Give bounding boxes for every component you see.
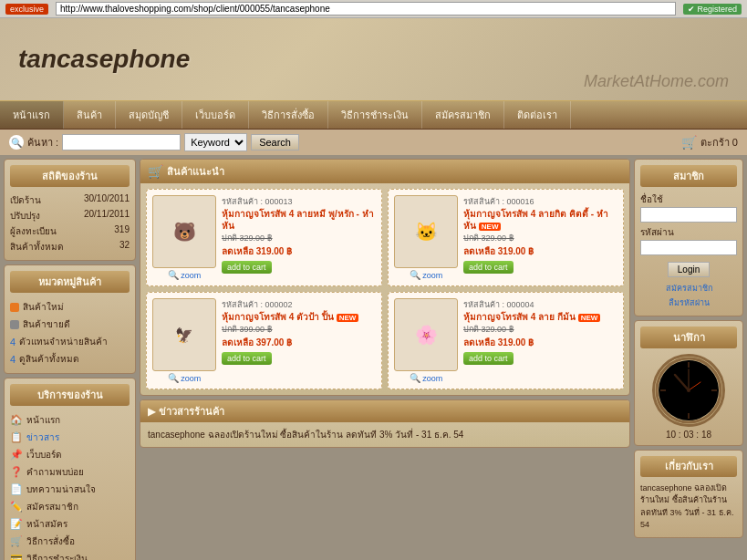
username-input[interactable]	[640, 207, 737, 223]
login-links: สมัครสมาชิก ลืมรหัสผ่าน	[640, 281, 737, 310]
nav-item-notebook[interactable]: สมุดบัญชี	[116, 101, 182, 129]
register2-icon: 📝	[10, 518, 23, 530]
products-title: สินค้าแนะนำ	[167, 163, 224, 180]
nav-item-contact[interactable]: ติดต่อเรา	[504, 101, 571, 129]
category-all[interactable]: 4 ดูสินค้าทั้งหมด	[10, 350, 130, 368]
left-sidebar: สถิติของร้าน เปิดร้าน 30/10/2011 ปรับปรุ…	[4, 159, 136, 560]
add-to-cart-btn-2[interactable]: add to cart	[222, 352, 272, 365]
product-info-2: รหัสสินค้า : 000002 หุ้มกาญจโทรสัพ 4 ตัว…	[222, 298, 376, 383]
shop-open-label: เปิดร้าน	[10, 193, 41, 207]
site-header: tancasephone MarketAtHome.com	[0, 18, 747, 100]
forgot-link[interactable]: ลืมรหัสผ่าน	[640, 296, 737, 310]
service-news[interactable]: 📋 ข่าวสาร	[10, 429, 130, 446]
cart-area[interactable]: 🛒 ตะกร้า 0	[681, 134, 738, 150]
add-to-cart-btn-1[interactable]: add to cart	[463, 261, 514, 274]
shop-update-label: ปรับปรุง	[10, 209, 40, 223]
price-original-0: ปกติ 329.00 ฿	[222, 232, 376, 244]
product-id-2: รหัสสินค้า : 000002	[222, 298, 376, 311]
login-button[interactable]: Login	[668, 262, 710, 277]
nav-item-howto-pay[interactable]: วิธีการชำระเงิน	[328, 101, 422, 129]
category-new[interactable]: สินค้าใหม่	[10, 298, 130, 316]
shop-members-count: 319	[114, 224, 130, 238]
news-icon: 📋	[10, 431, 23, 443]
product-id-3: รหัสสินค้า : 000004	[463, 298, 617, 311]
product-card-3: 🌸 🔍 zoom รหัสสินค้า : 000004 หุ้มกาญจโทร…	[388, 292, 624, 389]
zoom-link-3[interactable]: 🔍 zoom	[410, 373, 443, 383]
password-input[interactable]	[640, 240, 737, 255]
search-icon: 🔍	[9, 135, 24, 150]
zoom-link-1[interactable]: 🔍 zoom	[410, 270, 443, 280]
service-webboard-label: เว็บบอร์ด	[26, 448, 62, 461]
search-input[interactable]	[62, 134, 181, 150]
product-card-0: 🐻 🔍 zoom รหัสสินค้า : 000013 หุ้มกาญจโทร…	[146, 189, 382, 286]
zoom-icon-1: 🔍	[410, 270, 420, 280]
category-dealer[interactable]: 4 ตัวแทนจำหน่ายสินค้า	[10, 333, 130, 350]
dot-orange-icon	[10, 303, 19, 312]
service-webboard[interactable]: 📌 เว็บบอร์ด	[10, 446, 130, 463]
price-original-1: ปกติ 329.00 ฿	[463, 232, 617, 244]
product-card-2: 🦅 🔍 zoom รหัสสินค้า : 000002 หุ้มกาญจโทร…	[146, 292, 382, 389]
service-news-label: ข่าวสาร	[26, 430, 59, 444]
zoom-icon-0: 🔍	[168, 270, 179, 280]
url-input[interactable]	[56, 2, 676, 16]
service-faq[interactable]: ❓ คำถามพบบ่อย	[10, 463, 130, 481]
page-wrapper: exclusive ✔ Registered tancasephone Mark…	[0, 0, 747, 560]
price-sale-3: ลดเหลือ 319.00 ฿	[463, 336, 617, 349]
product-name-3: หุ้มกาญจโทรสัพ 4 ลาย กีม้น NEW	[463, 311, 617, 323]
price-original-2: ปกติ 399.00 ฿	[222, 323, 376, 336]
products-box: 🛒 สินค้าแนะนำ 🐻 🔍 zoom	[140, 159, 630, 396]
product-id-0: รหัสสินค้า : 000013	[222, 195, 376, 208]
register-link[interactable]: สมัครสมาชิก	[640, 281, 737, 296]
clock-time: 10 : 03 : 18	[640, 430, 737, 440]
article-icon: 📄	[10, 483, 23, 495]
shop-products-label: สินค้าทั้งหมด	[10, 240, 64, 254]
search-type-select[interactable]: Keyword	[184, 133, 247, 151]
num-icon-4b: 4	[10, 354, 16, 365]
dot-gray-icon	[10, 320, 19, 329]
service-article[interactable]: 📄 บทความน่าสนใจ	[10, 481, 130, 498]
price-sale-1: ลดเหลือ 319.00 ฿	[463, 244, 617, 258]
category-bestseller-label: สินค้าขายดี	[23, 317, 70, 331]
new-badge-2: NEW	[337, 314, 359, 322]
service-register[interactable]: ✏️ สมัครสมาชิก	[10, 498, 130, 515]
zoom-icon-2: 🔍	[168, 373, 179, 383]
price-original-3: ปกติ 329.00 ฿	[463, 323, 617, 336]
service-home[interactable]: 🏠 หน้าแรก	[10, 411, 130, 429]
zoom-link-0[interactable]: 🔍 zoom	[168, 270, 202, 280]
zoom-icon-3: 🔍	[410, 373, 420, 383]
categories-title: หมวดหมู่สินค้า	[10, 271, 130, 293]
nav-item-home[interactable]: หน้าแรก	[0, 101, 64, 129]
search-left: 🔍 ค้นหา : Keyword Search	[9, 133, 299, 151]
add-to-cart-btn-3[interactable]: add to cart	[463, 352, 514, 365]
news-title-icon: ▶	[148, 406, 155, 418]
services-box: บริการของร้าน 🏠 หน้าแรก 📋 ข่าวสาร 📌 เว็บ…	[4, 378, 136, 560]
service-order[interactable]: 🛒 วิธีการสั่งซื้อ	[10, 533, 130, 550]
zoom-link-2[interactable]: 🔍 zoom	[168, 373, 202, 383]
products-grid: 🐻 🔍 zoom รหัสสินค้า : 000013 หุ้มกาญจโทร…	[140, 183, 629, 395]
site-title: tancasephone	[18, 45, 190, 74]
search-bar: 🔍 ค้นหา : Keyword Search 🛒 ตะกร้า 0	[0, 130, 747, 155]
about-box: เกี่ยวกับเรา tancasephone ฉลองเปิดร้านให…	[634, 450, 743, 538]
shop-update-row: ปรับปรุง 20/11/2011	[10, 208, 130, 223]
product-info-0: รหัสสินค้า : 000013 หุ้มกาญจโทรสัพ 4 ลาย…	[222, 195, 376, 280]
nav-item-products[interactable]: สินค้า	[64, 101, 116, 129]
shop-members-row: ผู้ลงทะเบียน 319	[10, 223, 130, 239]
category-bestseller[interactable]: สินค้าขายดี	[10, 316, 130, 333]
search-button[interactable]: Search	[251, 134, 299, 150]
service-payment[interactable]: 💳 วิธีการชำระเงิน	[10, 550, 130, 560]
clock-face	[652, 354, 725, 427]
nav-item-register[interactable]: สมัครสมาชิก	[422, 101, 504, 129]
service-register2[interactable]: 📝 หน้าสมัคร	[10, 515, 130, 533]
news-box-title: ▶ ข่าวสารร้านค้า	[140, 400, 629, 422]
category-all-label: ดูสินค้าทั้งหมด	[19, 352, 79, 366]
nav-item-howto-order[interactable]: วิธีการสั่งซื้อ	[249, 101, 328, 129]
service-faq-label: คำถามพบบ่อย	[26, 465, 84, 479]
products-box-title: 🛒 สินค้าแนะนำ	[140, 160, 629, 183]
add-to-cart-btn-0[interactable]: add to cart	[222, 261, 272, 274]
clock-box: นาฬิกา	[634, 320, 743, 446]
about-title: เกี่ยวกับเรา	[640, 456, 737, 477]
nav-item-webboard[interactable]: เว็บบอร์ด	[182, 101, 249, 129]
password-label: รหัสผ่าน	[640, 225, 737, 239]
main-layout: สถิติของร้าน เปิดร้าน 30/10/2011 ปรับปรุ…	[0, 155, 747, 560]
clock-svg	[655, 357, 722, 424]
